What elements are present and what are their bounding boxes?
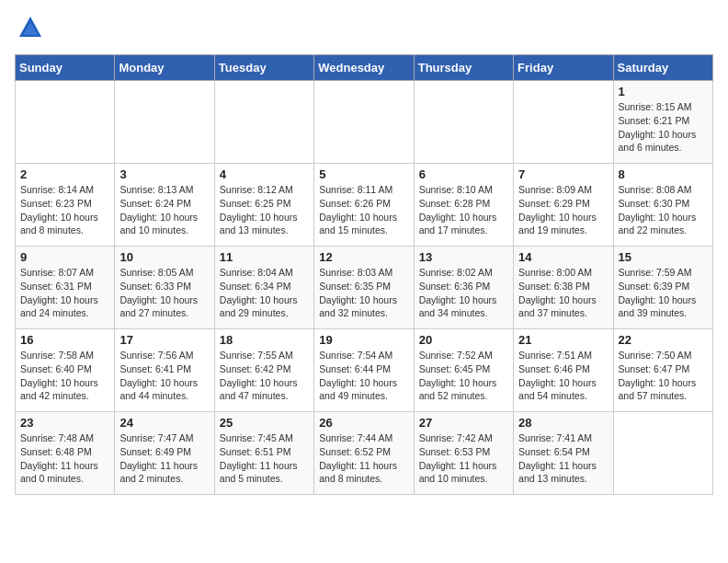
day-number: 4 — [220, 167, 309, 181]
day-number: 6 — [419, 167, 508, 181]
calendar-cell: 16Sunrise: 7:58 AM Sunset: 6:40 PM Dayli… — [16, 329, 115, 412]
day-info: Sunrise: 8:12 AM Sunset: 6:25 PM Dayligh… — [220, 183, 309, 237]
calendar-cell: 22Sunrise: 7:50 AM Sunset: 6:47 PM Dayli… — [613, 329, 712, 412]
day-number: 3 — [119, 167, 209, 181]
day-info: Sunrise: 8:03 AM Sunset: 6:35 PM Dayligh… — [319, 266, 408, 320]
calendar-cell — [613, 412, 712, 495]
day-info: Sunrise: 7:48 AM Sunset: 6:48 PM Dayligh… — [20, 431, 109, 486]
calendar-week-row: 16Sunrise: 7:58 AM Sunset: 6:40 PM Dayli… — [16, 329, 713, 412]
calendar-cell: 21Sunrise: 7:51 AM Sunset: 6:46 PM Dayli… — [514, 329, 613, 412]
day-info: Sunrise: 8:02 AM Sunset: 6:36 PM Dayligh… — [419, 266, 508, 320]
calendar-cell: 12Sunrise: 8:03 AM Sunset: 6:35 PM Dayli… — [314, 247, 414, 329]
calendar-cell: 26Sunrise: 7:44 AM Sunset: 6:52 PM Dayli… — [314, 412, 414, 495]
calendar-cell: 14Sunrise: 8:00 AM Sunset: 6:38 PM Dayli… — [514, 247, 613, 329]
calendar-cell: 6Sunrise: 8:10 AM Sunset: 6:28 PM Daylig… — [414, 164, 513, 247]
day-info: Sunrise: 7:54 AM Sunset: 6:44 PM Dayligh… — [319, 349, 408, 403]
calendar-week-row: 2Sunrise: 8:14 AM Sunset: 6:23 PM Daylig… — [16, 164, 713, 247]
weekday-header-tuesday: Tuesday — [214, 55, 313, 81]
day-info: Sunrise: 8:00 AM Sunset: 6:38 PM Dayligh… — [518, 266, 608, 320]
day-number: 9 — [20, 250, 109, 264]
day-info: Sunrise: 7:42 AM Sunset: 6:53 PM Dayligh… — [419, 431, 508, 486]
logo-icon — [17, 15, 43, 45]
calendar-cell: 24Sunrise: 7:47 AM Sunset: 6:49 PM Dayli… — [115, 412, 214, 495]
calendar-cell: 18Sunrise: 7:55 AM Sunset: 6:42 PM Dayli… — [214, 329, 313, 412]
calendar-cell: 7Sunrise: 8:09 AM Sunset: 6:29 PM Daylig… — [514, 164, 613, 247]
day-number: 8 — [619, 167, 708, 181]
day-info: Sunrise: 8:15 AM Sunset: 6:21 PM Dayligh… — [619, 100, 708, 155]
calendar-cell — [115, 81, 214, 164]
day-info: Sunrise: 7:59 AM Sunset: 6:39 PM Dayligh… — [619, 266, 708, 320]
day-info: Sunrise: 7:47 AM Sunset: 6:49 PM Dayligh… — [119, 431, 209, 486]
calendar-table: SundayMondayTuesdayWednesdayThursdayFrid… — [15, 54, 713, 495]
calendar-cell: 5Sunrise: 8:11 AM Sunset: 6:26 PM Daylig… — [314, 164, 414, 247]
day-number: 22 — [619, 333, 708, 347]
day-info: Sunrise: 8:13 AM Sunset: 6:24 PM Dayligh… — [119, 183, 209, 237]
day-number: 23 — [20, 416, 109, 430]
day-info: Sunrise: 8:10 AM Sunset: 6:28 PM Dayligh… — [419, 183, 508, 237]
weekday-header-row: SundayMondayTuesdayWednesdayThursdayFrid… — [16, 55, 713, 81]
calendar-cell: 25Sunrise: 7:45 AM Sunset: 6:51 PM Dayli… — [214, 412, 313, 495]
day-number: 11 — [220, 250, 309, 264]
day-info: Sunrise: 7:55 AM Sunset: 6:42 PM Dayligh… — [220, 349, 309, 403]
day-number: 12 — [319, 250, 408, 264]
day-number: 20 — [419, 333, 508, 347]
calendar-cell: 3Sunrise: 8:13 AM Sunset: 6:24 PM Daylig… — [115, 164, 214, 247]
page-header — [15, 15, 713, 45]
day-info: Sunrise: 7:45 AM Sunset: 6:51 PM Dayligh… — [220, 431, 309, 486]
day-info: Sunrise: 7:58 AM Sunset: 6:40 PM Dayligh… — [20, 349, 109, 403]
day-number: 21 — [518, 333, 608, 347]
calendar-cell — [314, 81, 414, 164]
day-info: Sunrise: 7:41 AM Sunset: 6:54 PM Dayligh… — [518, 431, 608, 486]
day-number: 15 — [619, 250, 708, 264]
day-number: 28 — [518, 416, 608, 430]
calendar-cell: 10Sunrise: 8:05 AM Sunset: 6:33 PM Dayli… — [115, 247, 214, 329]
calendar-week-row: 1Sunrise: 8:15 AM Sunset: 6:21 PM Daylig… — [16, 81, 713, 164]
calendar-week-row: 9Sunrise: 8:07 AM Sunset: 6:31 PM Daylig… — [16, 247, 713, 329]
calendar-cell: 8Sunrise: 8:08 AM Sunset: 6:30 PM Daylig… — [613, 164, 712, 247]
calendar-cell: 11Sunrise: 8:04 AM Sunset: 6:34 PM Dayli… — [214, 247, 313, 329]
day-info: Sunrise: 7:52 AM Sunset: 6:45 PM Dayligh… — [419, 349, 508, 403]
calendar-week-row: 23Sunrise: 7:48 AM Sunset: 6:48 PM Dayli… — [16, 412, 713, 495]
day-number: 18 — [220, 333, 309, 347]
day-info: Sunrise: 7:44 AM Sunset: 6:52 PM Dayligh… — [319, 431, 408, 486]
day-number: 5 — [319, 167, 408, 181]
calendar-cell: 19Sunrise: 7:54 AM Sunset: 6:44 PM Dayli… — [314, 329, 414, 412]
day-number: 1 — [619, 85, 708, 98]
weekday-header-monday: Monday — [115, 55, 214, 81]
calendar-cell: 28Sunrise: 7:41 AM Sunset: 6:54 PM Dayli… — [514, 412, 613, 495]
calendar-cell — [414, 81, 513, 164]
logo — [15, 15, 43, 45]
calendar-cell: 1Sunrise: 8:15 AM Sunset: 6:21 PM Daylig… — [613, 81, 712, 164]
day-number: 27 — [419, 416, 508, 430]
day-info: Sunrise: 8:08 AM Sunset: 6:30 PM Dayligh… — [619, 183, 708, 237]
day-number: 19 — [319, 333, 408, 347]
weekday-header-saturday: Saturday — [613, 55, 712, 81]
weekday-header-sunday: Sunday — [16, 55, 115, 81]
weekday-header-wednesday: Wednesday — [314, 55, 414, 81]
day-info: Sunrise: 8:05 AM Sunset: 6:33 PM Dayligh… — [119, 266, 209, 320]
calendar-cell — [214, 81, 313, 164]
day-number: 13 — [419, 250, 508, 264]
day-number: 7 — [518, 167, 608, 181]
calendar-cell: 20Sunrise: 7:52 AM Sunset: 6:45 PM Dayli… — [414, 329, 513, 412]
day-info: Sunrise: 8:14 AM Sunset: 6:23 PM Dayligh… — [20, 183, 109, 237]
day-number: 16 — [20, 333, 109, 347]
weekday-header-thursday: Thursday — [414, 55, 513, 81]
day-info: Sunrise: 7:56 AM Sunset: 6:41 PM Dayligh… — [119, 349, 209, 403]
calendar-cell — [16, 81, 115, 164]
calendar-cell: 4Sunrise: 8:12 AM Sunset: 6:25 PM Daylig… — [214, 164, 313, 247]
calendar-cell: 9Sunrise: 8:07 AM Sunset: 6:31 PM Daylig… — [16, 247, 115, 329]
day-number: 14 — [518, 250, 608, 264]
calendar-cell: 15Sunrise: 7:59 AM Sunset: 6:39 PM Dayli… — [613, 247, 712, 329]
calendar-cell: 23Sunrise: 7:48 AM Sunset: 6:48 PM Dayli… — [16, 412, 115, 495]
day-number: 26 — [319, 416, 408, 430]
day-number: 10 — [119, 250, 209, 264]
weekday-header-friday: Friday — [514, 55, 613, 81]
calendar-cell: 2Sunrise: 8:14 AM Sunset: 6:23 PM Daylig… — [16, 164, 115, 247]
day-number: 2 — [20, 167, 109, 181]
day-info: Sunrise: 8:07 AM Sunset: 6:31 PM Dayligh… — [20, 266, 109, 320]
day-info: Sunrise: 8:04 AM Sunset: 6:34 PM Dayligh… — [220, 266, 309, 320]
day-info: Sunrise: 8:11 AM Sunset: 6:26 PM Dayligh… — [319, 183, 408, 237]
calendar-cell: 17Sunrise: 7:56 AM Sunset: 6:41 PM Dayli… — [115, 329, 214, 412]
calendar-cell — [514, 81, 613, 164]
